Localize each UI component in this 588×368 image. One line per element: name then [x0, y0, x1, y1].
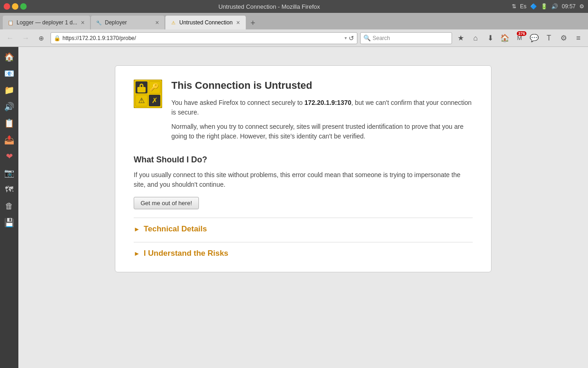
svg-rect-2: [137, 87, 146, 92]
tabbar: 📋 Logger — deployer 1 d... × 🔧 Deployer …: [0, 13, 588, 29]
new-tab-button[interactable]: +: [247, 17, 260, 29]
understand-risks-section: ► I Understand the Risks: [134, 242, 473, 258]
homescreen-button[interactable]: 🏠: [499, 32, 511, 44]
search-bar[interactable]: 🔍 Search: [360, 32, 452, 44]
error-header: 🔑 ⚠ ✗ This Connection is Untrusted You h…: [134, 80, 473, 146]
tray-settings-icon: ⚙: [579, 3, 584, 10]
tray-bluetooth-icon: 🔷: [530, 3, 537, 10]
search-placeholder: Search: [373, 35, 390, 41]
tab-deployer-close[interactable]: ×: [154, 19, 160, 26]
tab-deployer-label: Deployer: [105, 19, 152, 26]
svg-text:🔑: 🔑: [150, 83, 159, 92]
address-text: https://172.20.1.9:1370/probe/: [62, 35, 343, 41]
tab-logger-favicon: 📋: [7, 19, 14, 26]
minimize-button[interactable]: [12, 3, 18, 10]
tray-volume-icon: 🔊: [551, 3, 558, 10]
what-should-body: If you usually connect to this site with…: [134, 170, 473, 190]
tab-deployer[interactable]: 🔧 Deployer ×: [91, 16, 164, 29]
chat-button[interactable]: 💬: [528, 32, 540, 44]
menu-button[interactable]: ≡: [572, 32, 584, 44]
technical-details-arrow: ►: [134, 225, 140, 233]
window-controls: [4, 3, 27, 10]
download-button[interactable]: ⬇: [484, 32, 496, 44]
sidebar-icon-trash[interactable]: 🗑: [2, 199, 17, 213]
error-description-1: You have asked Firefox to connect secure…: [171, 98, 473, 117]
tray-transfer-icon: ⇅: [512, 3, 516, 10]
address-bar[interactable]: 🔒 https://172.20.1.9:1370/probe/ ▾ ↺: [51, 32, 357, 44]
tab-untrusted-close[interactable]: ×: [235, 19, 241, 26]
bookmark-button[interactable]: ★: [455, 32, 467, 44]
maximize-button[interactable]: [20, 3, 27, 10]
sidebar-icon-sound[interactable]: 🔊: [2, 99, 17, 114]
desc-prefix: You have asked Firefox to connect secure…: [171, 99, 305, 106]
technical-details-section: ► Technical Details: [134, 218, 473, 234]
window-title: Untrusted Connection - Mozilla Firefox: [30, 3, 508, 10]
address-dropdown-icon[interactable]: ▾: [345, 35, 347, 40]
sidebar-icon-home[interactable]: 🏠: [2, 50, 17, 64]
navbar: ← → ⊕ 🔒 https://172.20.1.9:1370/probe/ ▾…: [0, 29, 588, 47]
translate-button[interactable]: T: [543, 32, 555, 44]
sidebar-icon-mail[interactable]: 📧: [2, 66, 17, 81]
svg-text:⚠: ⚠: [138, 97, 145, 104]
understand-risks-arrow: ►: [134, 250, 140, 257]
get-out-button[interactable]: Get me out of here!: [134, 197, 199, 209]
what-should-section: What Should I Do? If you usually connect…: [134, 155, 473, 209]
lock-icon: 🔒: [54, 35, 61, 41]
error-title-section: This Connection is Untrusted You have as…: [171, 80, 473, 146]
dev-tools-button[interactable]: ⚙: [558, 32, 570, 44]
home-button[interactable]: ⊕: [35, 32, 48, 45]
understand-risks-label: I Understand the Risks: [144, 249, 228, 258]
sidebar-icon-upload[interactable]: 📤: [2, 132, 17, 147]
content-area: 🔑 ⚠ ✗ This Connection is Untrusted You h…: [18, 47, 588, 368]
sidebar-icon-files[interactable]: 📁: [2, 83, 17, 98]
clock: 09:57: [562, 3, 576, 10]
error-body: You have asked Firefox to connect secure…: [171, 98, 473, 141]
tray-lang-icon: Es: [520, 3, 526, 10]
tab-untrusted[interactable]: ⚠ Untrusted Connection ×: [165, 16, 245, 29]
understand-risks-toggle[interactable]: ► I Understand the Risks: [134, 249, 473, 258]
titlebar: Untrusted Connection - Mozilla Firefox ⇅…: [0, 0, 588, 13]
svg-text:✗: ✗: [152, 97, 158, 104]
tab-logger[interactable]: 📋 Logger — deployer 1 d... ×: [3, 16, 90, 29]
technical-details-label: Technical Details: [144, 224, 207, 234]
tray-battery-icon: 🔋: [541, 3, 548, 10]
forward-button[interactable]: →: [19, 32, 32, 45]
error-host: 172.20.1.9:1370: [305, 99, 351, 106]
home-btn2[interactable]: ⌂: [469, 32, 481, 44]
close-button[interactable]: [4, 3, 10, 10]
sidebar-icon-notes[interactable]: 📋: [2, 116, 17, 131]
what-should-text: If you usually connect to this site with…: [134, 170, 473, 190]
what-should-heading: What Should I Do?: [134, 155, 473, 165]
sidebar-icon-map[interactable]: 🗺: [2, 182, 17, 197]
error-title: This Connection is Untrusted: [171, 80, 473, 92]
tab-untrusted-favicon: ⚠: [170, 19, 176, 26]
system-tray: ⇅ Es 🔷 🔋 🔊 09:57 ⚙: [512, 3, 584, 10]
sidebar-icon-camera[interactable]: 📷: [2, 166, 17, 180]
tab-logger-close[interactable]: ×: [80, 19, 85, 26]
gmail-button[interactable]: M 376: [514, 32, 526, 44]
error-card: 🔑 ⚠ ✗ This Connection is Untrusted You h…: [115, 65, 492, 272]
tab-untrusted-label: Untrusted Connection: [179, 19, 232, 26]
error-description-2: Normally, when you try to connect secure…: [171, 122, 473, 141]
sidebar: 🏠 📧 📁 🔊 📋 📤 ❤ 📷 🗺 🗑 💾: [0, 47, 18, 368]
technical-details-toggle[interactable]: ► Technical Details: [134, 224, 473, 234]
sidebar-icon-save[interactable]: 💾: [2, 215, 17, 230]
back-button[interactable]: ←: [4, 32, 17, 45]
tab-logger-label: Logger — deployer 1 d...: [17, 19, 77, 26]
error-icon: 🔑 ⚠ ✗: [134, 80, 162, 108]
sidebar-icon-heart[interactable]: ❤: [2, 149, 17, 164]
refresh-button[interactable]: ↺: [349, 34, 354, 42]
search-icon: 🔍: [363, 34, 371, 41]
tab-deployer-favicon: 🔧: [96, 19, 102, 26]
